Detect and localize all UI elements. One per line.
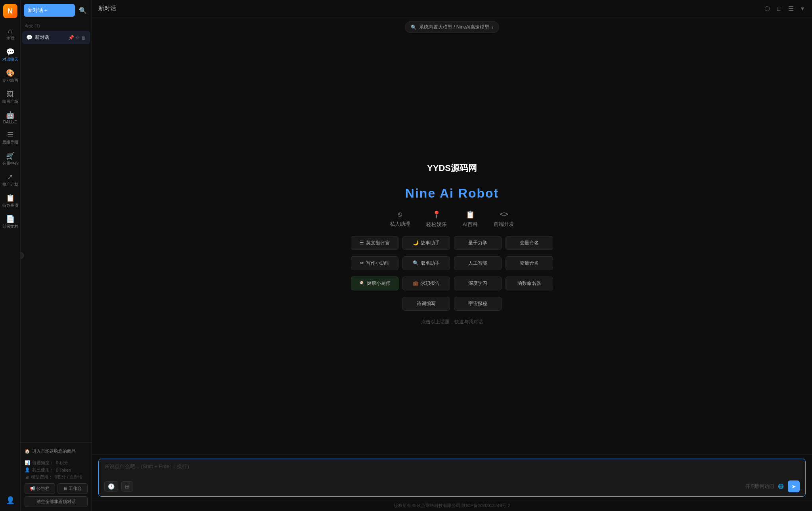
topbar-btn-share[interactable]: ⬡ — [763, 3, 772, 14]
category-label-entertainment: 轻松娱乐 — [426, 221, 447, 228]
input-actions: 🕐 ⊞ 开启联网访问 🌐 ➤ — [104, 480, 800, 492]
tool-variable-naming2[interactable]: 变量命名 — [506, 256, 553, 270]
model-selector[interactable]: 🔍 系统内置大模型 / NineAi高速模型 › — [405, 21, 499, 33]
sidebar-item-home[interactable]: ⌂ 主页 — [0, 24, 20, 44]
sidebar-item-draw[interactable]: 🎨 专业绘画 — [0, 66, 20, 86]
member-icon: 🛒 — [6, 152, 15, 159]
tool-func-naming[interactable]: 函数命名器 — [506, 277, 553, 290]
tool-story-helper[interactable]: 🌙 故事助手 — [402, 236, 450, 250]
naming-icon: 🔍 — [413, 260, 419, 266]
tool-job-report[interactable]: 💼 求职报告 — [402, 277, 450, 290]
input-right-actions: 开启联网访问 🌐 ➤ — [745, 480, 800, 492]
category-label-wiki: AI百科 — [463, 221, 478, 228]
footer: 版权所有 © 玖点网络科技有限公司 陕ICP备2020013749号-2 — [92, 500, 812, 511]
nine-ai-title: Nine Ai Robot — [405, 186, 499, 201]
sidebar-item-dalle[interactable]: 🤖 DALL-E — [0, 108, 20, 127]
tool-universe[interactable]: 宇宙探秘 — [454, 297, 502, 311]
sidebar-item-gallery[interactable]: 🖼 绘画广场 — [0, 87, 20, 108]
sidebar-item-label-share: 推广计划 — [2, 182, 18, 187]
tool-naming-helper[interactable]: 🔍 取名助手 — [402, 256, 450, 270]
usage-value: 0 Token — [56, 468, 71, 473]
clear-button[interactable]: 清空全部非置顶对话 — [25, 496, 88, 507]
sidebar-item-member[interactable]: 🛒 会员中心 — [0, 149, 20, 169]
tool-grid-row2: ✏ 写作小助理 🔍 取名助手 人工智能 变量命名 — [351, 256, 553, 270]
tool-health-chef[interactable]: 🍳 健康小厨师 — [351, 277, 398, 290]
draw-icon: 🎨 — [6, 69, 15, 77]
input-area: 🕐 ⊞ 开启联网访问 🌐 ➤ — [92, 454, 812, 500]
tool-english-critic[interactable]: ☰ 英文翻评官 — [351, 236, 398, 250]
category-tab-frontend[interactable]: <> 前端开发 — [494, 210, 514, 228]
wiki-icon: 📋 — [466, 210, 475, 219]
tool-quantum[interactable]: 量子力学 — [454, 236, 502, 250]
sidebar-item-chat[interactable]: 💬 对话聊天 — [0, 45, 20, 65]
topbar-btn-menu[interactable]: ☰ — [787, 3, 795, 14]
chat-item[interactable]: 💬 新对话 📌 ✏ 🗑 — [22, 31, 90, 44]
frontend-icon: <> — [500, 210, 508, 219]
model-cost-label: 模型费用： — [31, 474, 53, 480]
tool-variable-naming1[interactable]: 变量命名 — [506, 236, 553, 250]
sidebar-item-mindmap[interactable]: ☰ 思维导图 — [0, 128, 20, 148]
health-chef-icon: 🍳 — [359, 280, 365, 286]
announcement-button[interactable]: 📢 公告栏 — [25, 483, 55, 494]
tool-poem[interactable]: 诗词编写 — [402, 297, 450, 311]
category-tab-entertainment[interactable]: 📍 轻松娱乐 — [426, 210, 447, 228]
chat-icon: 💬 — [6, 48, 15, 56]
sidebar-item-docs[interactable]: 📄 部署文档 — [0, 212, 20, 232]
section-today-label: 今天 (1) — [21, 21, 92, 31]
category-tab-wiki[interactable]: 📋 AI百科 — [463, 210, 478, 228]
entertainment-icon: 📍 — [432, 210, 441, 219]
sidebar-item-label-todo: 待办事项 — [2, 203, 18, 208]
search-button[interactable]: 🔍 — [77, 5, 88, 16]
tool-ai-tech[interactable]: 人工智能 — [454, 256, 502, 270]
topbar-btn-more[interactable]: ▾ — [799, 3, 806, 14]
chat-list-panel: 新对话＋ 🔍 今天 (1) 💬 新对话 📌 ✏ 🗑 🏠 进入市场选购您的商品 📊… — [21, 0, 92, 511]
category-label-frontend: 前端开发 — [494, 221, 514, 228]
chat-pin-icon[interactable]: 📌 — [68, 35, 74, 40]
share-icon: ↗ — [7, 173, 13, 181]
market-link-text: 进入市场选购您的商品 — [32, 448, 76, 454]
category-label-personal: 私人助理 — [390, 221, 410, 228]
docs-icon: 📄 — [6, 215, 15, 223]
network-access-label: 开启联网访问 — [745, 483, 774, 490]
sidebar-item-user[interactable]: 👤 — [0, 494, 20, 507]
chat-delete-icon[interactable]: 🗑 — [81, 35, 86, 40]
topbar-btn-layout[interactable]: □ — [776, 4, 783, 14]
chat-edit-icon[interactable]: ✏ — [76, 35, 80, 40]
input-layout-button[interactable]: ⊞ — [121, 481, 133, 492]
category-tab-personal[interactable]: ⎋ 私人助理 — [390, 210, 410, 228]
model-selector-text: 系统内置大模型 / NineAi高速模型 — [419, 24, 489, 31]
input-history-button[interactable]: 🕐 — [104, 481, 118, 492]
user-icon: 👤 — [6, 497, 15, 504]
chat-input[interactable] — [104, 463, 800, 477]
model-cost-row: 🖥 模型费用： 0积分 / 次对话 — [25, 474, 88, 480]
new-chat-button[interactable]: 新对话＋ — [24, 4, 75, 17]
sidebar-item-label-draw: 专业绘画 — [2, 78, 18, 83]
sidebar-item-label-home: 主页 — [6, 36, 14, 41]
send-button[interactable]: ➤ — [788, 480, 800, 492]
job-report-icon: 💼 — [413, 280, 419, 286]
main-content: 新对话 ⬡ □ ☰ ▾ 🔍 系统内置大模型 / NineAi高速模型 › YYD… — [92, 0, 812, 511]
frequency-value: 0 积分 — [56, 460, 68, 466]
tool-writing-helper[interactable]: ✏ 写作小助理 — [351, 256, 398, 270]
workspace-button[interactable]: 🖥 工作台 — [57, 483, 88, 494]
sidebar-navigation: N ⌂ 主页 💬 对话聊天 🎨 专业绘画 🖼 绘画广场 🤖 DALL-E ☰ 思… — [0, 0, 21, 511]
market-link[interactable]: 🏠 进入市场选购您的商品 — [25, 447, 88, 456]
usage-icon: 👤 — [25, 467, 30, 473]
sidebar-bottom: 🏠 进入市场选购您的商品 📊 普通频度： 0 积分 👤 我已使用： 0 Toke… — [21, 442, 92, 511]
gallery-icon: 🖼 — [7, 90, 14, 98]
globe-icon[interactable]: 🌐 — [778, 484, 784, 489]
main-title: 新对话 — [98, 5, 116, 12]
mindmap-icon: ☰ — [7, 131, 13, 138]
dalle-icon: 🤖 — [6, 111, 15, 119]
sidebar-item-share[interactable]: ↗ 推广计划 — [0, 170, 20, 190]
tool-deep-learning[interactable]: 深度学习 — [454, 277, 502, 290]
frequency-label: 普通频度： — [32, 460, 54, 466]
model-search-icon: 🔍 — [411, 25, 417, 30]
model-selector-arrow: › — [492, 25, 493, 30]
branding-area: YYDS源码网 — [427, 162, 477, 174]
market-icon: 🏠 — [25, 449, 30, 454]
announcement-icon: 📢 — [30, 486, 35, 491]
sidebar-item-todo[interactable]: 📋 待办事项 — [0, 191, 20, 211]
main-topbar: 新对话 ⬡ □ ☰ ▾ — [92, 0, 812, 17]
usage-label: 我已使用： — [32, 467, 54, 473]
